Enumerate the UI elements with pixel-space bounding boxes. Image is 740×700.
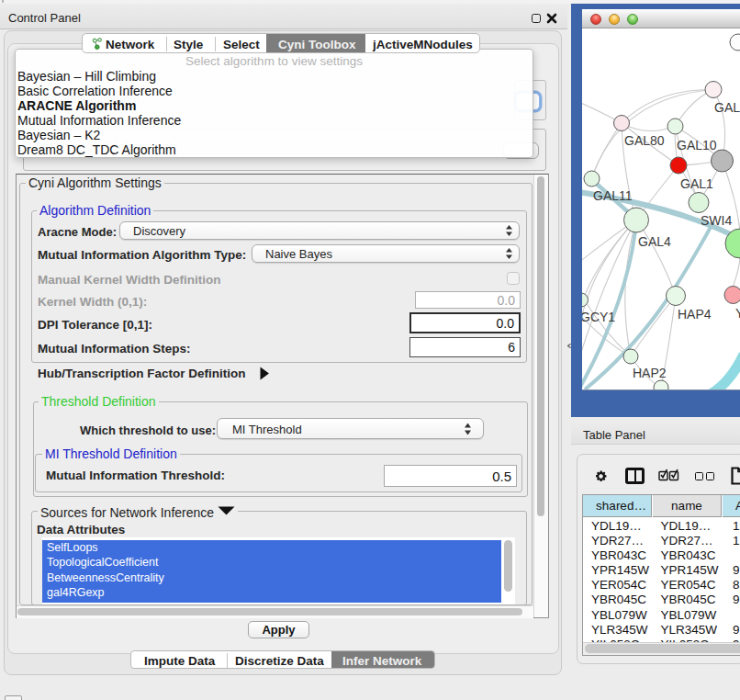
svg-text:GCY1: GCY1 (582, 310, 615, 324)
svg-text:GAL: GAL (714, 100, 740, 115)
svg-text:HAP4: HAP4 (678, 307, 712, 322)
svg-text:HAP2: HAP2 (633, 366, 667, 380)
svg-text:GAL11: GAL11 (593, 188, 633, 203)
svg-text:GAL80: GAL80 (624, 133, 665, 148)
svg-text:GAL1: GAL1 (680, 176, 713, 191)
svg-text:GAL10: GAL10 (677, 138, 717, 152)
svg-text:GAL4: GAL4 (638, 234, 671, 249)
svg-text:Y: Y (735, 306, 740, 321)
svg-text:SWI4: SWI4 (701, 213, 732, 228)
